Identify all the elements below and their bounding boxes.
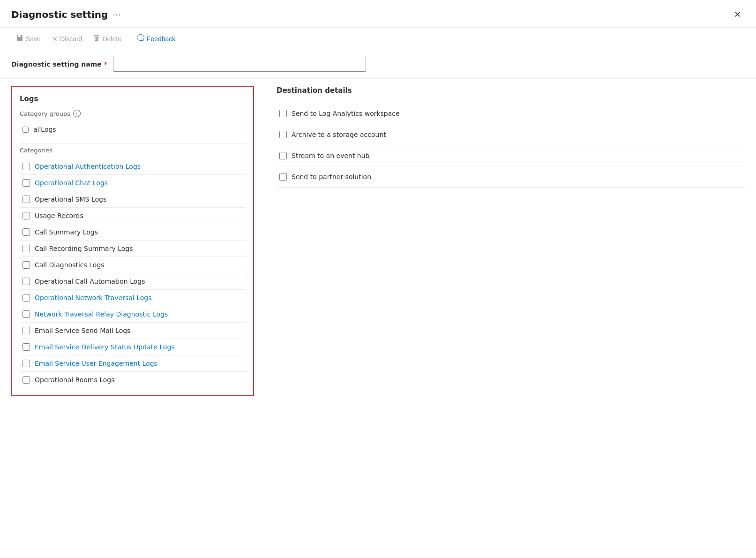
destination-panel: Destination details Send to Log Analytic…: [265, 79, 756, 404]
main-content: Logs Category groups i allLogs Categorie…: [0, 79, 756, 404]
setting-name-row: Diagnostic setting name *: [0, 50, 756, 79]
feedback-button[interactable]: Feedback: [132, 31, 180, 46]
partner-solution-label: Send to partner solution: [292, 173, 371, 181]
save-label: Save: [26, 35, 41, 43]
delete-button[interactable]: Delete: [89, 31, 126, 46]
category-groups-info-icon[interactable]: i: [73, 110, 81, 117]
op-network-label: Operational Network Traversal Logs: [35, 294, 152, 302]
list-item: Send to Log Analytics workspace: [277, 103, 745, 124]
email-engagement-checkbox[interactable]: [22, 360, 30, 367]
save-icon: [16, 34, 23, 43]
log-analytics-checkbox[interactable]: [279, 110, 287, 117]
table-row: Operational Network Traversal Logs: [20, 290, 246, 306]
categories-section: Categories Operational Authentication Lo…: [20, 147, 246, 388]
op-call-auto-label: Operational Call Automation Logs: [35, 278, 145, 285]
table-row: Email Service User Engagement Logs: [20, 355, 246, 372]
table-row: Operational Chat Logs: [20, 175, 246, 191]
op-rooms-checkbox[interactable]: [22, 376, 30, 384]
window: Diagnostic setting ··· ✕ Save ✕ Discard …: [0, 0, 756, 558]
categories-list: Operational Authentication Logs Operatio…: [20, 158, 246, 388]
partner-solution-checkbox[interactable]: [279, 173, 287, 181]
logs-panel-title: Logs: [20, 95, 246, 103]
categories-label: Categories: [20, 147, 246, 154]
more-options-icon[interactable]: ···: [112, 10, 120, 20]
event-hub-label: Stream to an event hub: [292, 152, 369, 159]
discard-icon: ✕: [52, 35, 58, 43]
setting-name-input[interactable]: [113, 57, 366, 72]
table-row: Usage Records: [20, 208, 246, 224]
toolbar-separator: [129, 34, 129, 44]
call-recording-checkbox[interactable]: [22, 245, 30, 252]
email-send-checkbox[interactable]: [22, 327, 30, 334]
op-auth-label: Operational Authentication Logs: [35, 163, 141, 170]
toolbar: Save ✕ Discard Delete Feedback: [0, 28, 756, 50]
email-engagement-label: Email Service User Engagement Logs: [35, 360, 157, 367]
op-chat-label: Operational Chat Logs: [35, 179, 108, 187]
table-row: Call Diagnostics Logs: [20, 257, 246, 273]
alllogs-row: allLogs: [20, 122, 246, 137]
email-send-label: Email Service Send Mail Logs: [35, 327, 130, 334]
divider: [20, 143, 246, 144]
setting-name-label: Diagnostic setting name *: [11, 60, 107, 68]
call-diagnostics-label: Call Diagnostics Logs: [35, 261, 105, 269]
call-recording-label: Call Recording Summary Logs: [35, 245, 133, 252]
table-row: Operational SMS Logs: [20, 191, 246, 208]
network-relay-label: Network Traversal Relay Diagnostic Logs: [35, 310, 168, 318]
table-row: Call Recording Summary Logs: [20, 241, 246, 257]
close-button[interactable]: ✕: [730, 8, 745, 22]
feedback-icon: [137, 34, 144, 43]
delete-label: Delete: [102, 35, 121, 43]
alllogs-section: allLogs: [20, 122, 246, 137]
title-bar-left: Diagnostic setting ···: [11, 9, 121, 20]
usage-label: Usage Records: [35, 212, 83, 219]
discard-label: Discard: [60, 35, 82, 43]
category-groups-section-label: Category groups i: [20, 110, 246, 117]
usage-checkbox[interactable]: [22, 212, 30, 219]
table-row: Email Service Delivery Status Update Log…: [20, 339, 246, 355]
network-relay-checkbox[interactable]: [22, 310, 30, 318]
table-row: Operational Rooms Logs: [20, 372, 246, 388]
feedback-label: Feedback: [147, 35, 175, 43]
op-auth-checkbox[interactable]: [22, 163, 30, 170]
email-delivery-label: Email Service Delivery Status Update Log…: [35, 343, 175, 351]
log-analytics-label: Send to Log Analytics workspace: [292, 110, 400, 117]
email-delivery-checkbox[interactable]: [22, 343, 30, 351]
table-row: Operational Authentication Logs: [20, 158, 246, 175]
op-network-checkbox[interactable]: [22, 294, 30, 302]
storage-account-checkbox[interactable]: [279, 131, 287, 138]
op-rooms-label: Operational Rooms Logs: [35, 376, 115, 384]
list-item: Send to partner solution: [277, 166, 745, 188]
delete-icon: [93, 34, 100, 43]
table-row: Operational Call Automation Logs: [20, 273, 246, 290]
list-item: Stream to an event hub: [277, 145, 745, 166]
required-indicator: *: [104, 60, 107, 68]
op-sms-label: Operational SMS Logs: [35, 196, 106, 203]
discard-button[interactable]: ✕ Discard: [47, 32, 87, 45]
alllogs-checkbox[interactable]: [22, 127, 29, 133]
op-call-auto-checkbox[interactable]: [22, 278, 30, 285]
table-row: Network Traversal Relay Diagnostic Logs: [20, 306, 246, 323]
op-sms-checkbox[interactable]: [22, 196, 30, 203]
save-button[interactable]: Save: [11, 31, 45, 46]
title-bar: Diagnostic setting ··· ✕: [0, 0, 756, 28]
table-row: Email Service Send Mail Logs: [20, 323, 246, 339]
event-hub-checkbox[interactable]: [279, 152, 287, 159]
call-diagnostics-checkbox[interactable]: [22, 261, 30, 269]
call-summary-label: Call Summary Logs: [35, 228, 98, 236]
op-chat-checkbox[interactable]: [22, 179, 30, 187]
alllogs-label: allLogs: [33, 126, 56, 133]
call-summary-checkbox[interactable]: [22, 228, 30, 236]
table-row: Call Summary Logs: [20, 224, 246, 241]
destination-title: Destination details: [277, 86, 745, 95]
page-title: Diagnostic setting: [11, 9, 108, 20]
storage-account-label: Archive to a storage account: [292, 131, 386, 138]
list-item: Archive to a storage account: [277, 124, 745, 145]
logs-panel: Logs Category groups i allLogs Categorie…: [11, 86, 254, 396]
destinations-list: Send to Log Analytics workspace Archive …: [277, 103, 745, 188]
